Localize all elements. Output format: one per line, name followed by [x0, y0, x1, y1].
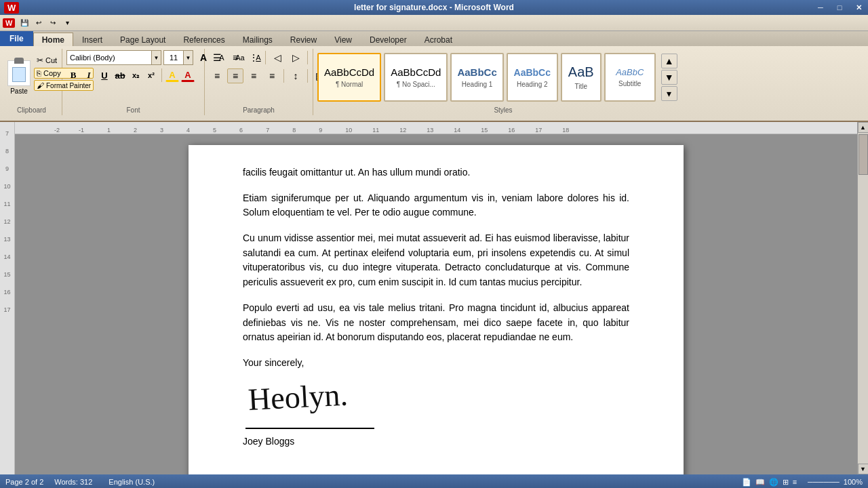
maximize-button[interactable]: □: [830, 0, 849, 15]
font-name-display[interactable]: Calibri (Body): [67, 54, 151, 62]
tab-home[interactable]: Home: [33, 33, 73, 46]
tab-acrobat[interactable]: Acrobat: [416, 33, 461, 46]
style-subtitle[interactable]: AaBbC Subtitle: [604, 53, 656, 102]
paragraph-group: ☰ ≡ ⋮ ◁ ▷ ↕ ¶ ≡ ≡ ≡ ≡ ↕: [205, 49, 313, 115]
signature-line: [245, 428, 374, 429]
font-color-button[interactable]: A: [181, 68, 195, 82]
para-sep3: [283, 69, 284, 83]
decrease-indent-button[interactable]: ◁: [269, 50, 285, 65]
copy-icon: ⎘: [37, 69, 41, 77]
window-controls: ─ □ ✕: [811, 0, 868, 15]
view-web-btn[interactable]: 🌐: [769, 478, 778, 487]
status-bar: Page 2 of 2 Words: 312 English (U.S.) 📄 …: [0, 474, 868, 488]
style-heading1-preview: AaBbCc: [457, 66, 496, 78]
zoom-slider[interactable]: ──────: [808, 478, 840, 487]
para-sep2: [307, 51, 308, 64]
tab-insert[interactable]: Insert: [73, 33, 111, 46]
align-left-button[interactable]: ≡: [209, 68, 225, 83]
paragraph-4[interactable]: Populo everti ad usu, ea vis tale melius…: [243, 301, 629, 345]
vertical-ruler: 7 8 9 10 11 12 13 14 15 16 17: [0, 122, 15, 474]
view-outline-btn[interactable]: ⊞: [783, 478, 789, 487]
style-normal[interactable]: AaBbCcDd ¶ Normal: [317, 53, 381, 102]
word-count: Words: 312: [54, 478, 92, 486]
styles-more[interactable]: ▾: [661, 86, 677, 101]
size-dropdown-arrow[interactable]: ▼: [183, 51, 193, 64]
italic-button[interactable]: I: [82, 68, 96, 82]
align-center-button[interactable]: ≡: [227, 68, 243, 83]
multilevel-button[interactable]: ⋮: [245, 50, 262, 65]
tab-file[interactable]: File: [0, 31, 33, 46]
font-label: Font: [62, 106, 204, 114]
styles-group: AaBbCcDd ¶ Normal AaBbCcDd ¶ No Spaci...…: [313, 49, 693, 115]
horizontal-ruler: -2 -1 1 2 3 4 5 6 7 8 9 10 11 12 13 14 1…: [15, 122, 857, 134]
view-draft-btn[interactable]: ≡: [793, 478, 797, 487]
style-no-spacing-name: ¶ No Spaci...: [397, 81, 435, 88]
style-subtitle-preview: AaBbC: [616, 67, 644, 77]
para-sep1: [265, 51, 266, 64]
style-no-spacing[interactable]: AaBbCcDd ¶ No Spaci...: [384, 53, 448, 102]
style-title[interactable]: AaB Title: [561, 53, 601, 102]
view-print-btn[interactable]: 📄: [742, 478, 751, 487]
scroll-up-button[interactable]: ▲: [858, 122, 869, 133]
format-buttons-row: B I U ab x₂ x² A A: [66, 68, 195, 82]
increase-indent-button[interactable]: ▷: [288, 50, 304, 65]
paragraph-label: Paragraph: [205, 106, 313, 114]
word-page[interactable]: facilis feugait omittantur ut. An has ul…: [189, 145, 684, 474]
bold-button[interactable]: B: [66, 68, 80, 82]
subscript-button[interactable]: x₂: [129, 68, 142, 82]
signature-script: Heolyn.: [248, 379, 349, 425]
style-title-preview: AaB: [568, 64, 594, 80]
scroll-down-button[interactable]: ▼: [858, 464, 869, 474]
tab-page-layout[interactable]: Page Layout: [111, 33, 174, 46]
signature-area: Heolyn. Joey Bloggs: [243, 384, 629, 449]
quick-access-dropdown[interactable]: ▾: [60, 17, 74, 29]
bullets-button[interactable]: ☰: [209, 50, 225, 65]
undo-quick-btn[interactable]: ↩: [32, 17, 45, 29]
view-controls: 📄 📖 🌐 ⊞ ≡ ────── 100%: [742, 478, 863, 487]
redo-quick-btn[interactable]: ↪: [46, 17, 60, 29]
window-title: letter for signature.docx - Microsoft Wo…: [354, 3, 514, 12]
close-button[interactable]: ✕: [849, 0, 868, 15]
style-heading2-preview: AaBbCc: [514, 67, 551, 78]
font-size-display[interactable]: 11: [164, 54, 183, 62]
app-icon: W: [4, 2, 19, 14]
tab-view[interactable]: View: [326, 33, 361, 46]
style-heading2[interactable]: AaBbCc Heading 2: [507, 53, 558, 102]
scroll-thumb[interactable]: [859, 134, 868, 175]
line-spacing-button[interactable]: ↕: [288, 68, 304, 83]
highlight-color-button[interactable]: A: [165, 68, 179, 82]
minimize-button[interactable]: ─: [811, 0, 830, 15]
style-title-name: Title: [575, 83, 588, 90]
underline-button[interactable]: U: [98, 68, 111, 82]
page-info: Page 2 of 2: [5, 478, 43, 486]
paragraph-3[interactable]: Cu unum vidisse assentior mei, mei mutat…: [243, 231, 629, 290]
save-quick-btn[interactable]: 💾: [18, 17, 31, 29]
paragraph-2[interactable]: Etiam signiferumque per ut. Aliquando ar…: [243, 191, 629, 220]
style-heading1[interactable]: AaBbCc Heading 1: [450, 53, 503, 102]
ribbon: File Home Insert Page Layout References …: [0, 31, 868, 122]
view-fullread-btn[interactable]: 📖: [755, 478, 765, 487]
tab-developer[interactable]: Developer: [361, 33, 416, 46]
justify-button[interactable]: ≡: [264, 68, 280, 83]
closing-text[interactable]: Your sincerely,: [243, 356, 629, 371]
font-group: Calibri (Body) ▼ 11 ▼ A A Aa A B I: [62, 49, 205, 115]
tab-review[interactable]: Review: [281, 33, 326, 46]
paste-button[interactable]: Paste: [5, 50, 33, 104]
vertical-scrollbar[interactable]: ▲ ▼: [857, 122, 868, 474]
style-heading2-name: Heading 2: [517, 81, 548, 88]
font-dropdown-arrow[interactable]: ▼: [151, 51, 161, 64]
tab-references[interactable]: References: [174, 33, 233, 46]
tab-mailings[interactable]: Mailings: [234, 33, 281, 46]
strikethrough-button[interactable]: ab: [113, 68, 127, 82]
styles-scroll-up[interactable]: ▲: [661, 54, 677, 68]
format-separator: [161, 68, 162, 82]
style-heading1-name: Heading 1: [462, 81, 493, 88]
quick-access-toolbar: W 💾 ↩ ↪ ▾: [0, 15, 868, 31]
language-info: English (U.S.): [108, 478, 155, 486]
styles-scroll-down[interactable]: ▼: [661, 70, 677, 85]
align-right-button[interactable]: ≡: [245, 68, 262, 83]
numbering-button[interactable]: ≡: [227, 50, 243, 65]
paragraph-1[interactable]: facilis feugait omittantur ut. An has ul…: [243, 165, 629, 180]
ribbon-content: Paste ✂ Cut ⎘ Copy 🖌 Format Painter: [0, 46, 868, 121]
superscript-button[interactable]: x²: [144, 68, 158, 82]
